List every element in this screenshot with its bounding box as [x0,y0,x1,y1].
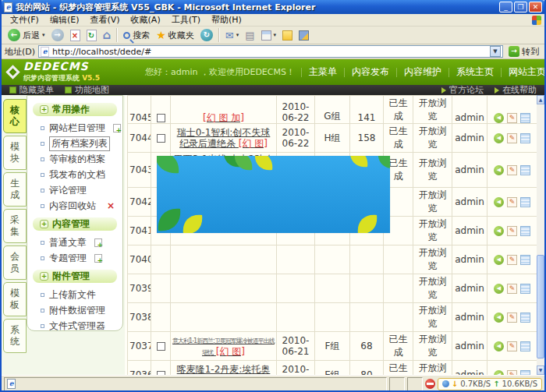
sidebar-section-header[interactable]: + 内容管理 [33,217,117,231]
edit-icon[interactable]: ✎ [507,313,517,323]
nav-link[interactable]: 网站主页 [502,65,546,79]
back-dropdown-icon[interactable]: ▾ [42,32,45,38]
edit-icon[interactable]: ✎ [507,197,517,207]
doc-title-link[interactable]: 意大利1-1新西兰:卫冕冠军爆冷被逼平出线堪忧 [幻 图] [172,334,275,357]
scrollbar-thumb[interactable] [537,255,544,358]
official-forum-link[interactable]: 官方论坛 [441,84,484,96]
notes-button[interactable] [279,27,296,44]
sidebar-tab[interactable]: 核心 [3,99,27,133]
add-document-icon[interactable] [113,124,121,132]
sidebar-menu-item[interactable]: 上传新文件 × [31,287,119,302]
expand-plus-icon[interactable]: + [40,220,48,228]
edit-dropdown-icon[interactable]: ▾ [274,32,277,38]
attributes-icon[interactable] [520,165,530,175]
sidebar-menu-item[interactable]: 等审核的档案 × [31,151,119,167]
home-button[interactable]: ⌂ [100,27,115,44]
menu-item[interactable]: 帮助(H) [206,14,247,26]
attributes-icon[interactable] [520,341,530,351]
edit-icon[interactable]: ✎ [507,165,517,175]
doc-title-link[interactable]: 喀麦隆1-2丹麦:埃托奥进球中柱 [幻 图] [177,364,271,375]
sidebar-tab[interactable]: 采集 [3,209,27,243]
view-icon[interactable]: ◀ [494,313,504,323]
sidebar-menu-item[interactable]: 普通文章 × [31,235,119,250]
scroll-up-icon[interactable]: ▲ [537,95,544,104]
scroll-down-icon[interactable]: ▼ [537,366,544,375]
attributes-icon[interactable] [520,255,530,265]
attributes-icon[interactable] [520,284,530,294]
menu-item[interactable]: 文件(F) [5,14,44,26]
edit-icon[interactable]: ✎ [507,226,517,236]
nav-link[interactable]: 内容维护 [397,65,448,79]
view-icon[interactable]: ◀ [494,133,504,143]
nav-link[interactable]: 系统主页 [449,65,501,79]
mail-button[interactable]: ✉ ▾ [222,27,242,44]
sidebar-section-header[interactable]: + 常用操作 [33,103,117,116]
edit-icon[interactable]: ✎ [507,113,517,123]
print-button[interactable]: ▤ [242,27,257,44]
view-icon[interactable]: ◀ [494,284,504,294]
view-icon[interactable]: ◀ [494,165,504,175]
minimize-button[interactable]: _ [499,2,512,12]
sidebar-menu-item[interactable]: 内容回收站 × [31,198,119,214]
messenger-button[interactable] [296,27,312,44]
attributes-icon[interactable] [520,313,530,323]
attributes-icon[interactable] [520,226,530,236]
edit-icon[interactable]: ✎ [507,284,517,294]
search-button[interactable]: 搜索 [120,27,153,44]
sidebar-menu-item[interactable]: 网站栏目管理 × [31,120,119,136]
frame-scrollbar[interactable]: ▲ ▼ [537,95,544,375]
go-button[interactable]: → 转到 [506,46,541,58]
recycle-delete-icon[interactable]: × [107,202,115,210]
sidebar-tab[interactable]: 会员 [3,245,27,280]
edit-button[interactable]: ▾ [258,27,280,44]
menu-item[interactable]: 收藏(A) [126,14,166,26]
sidebar-menu-item[interactable]: 所有档案列表 × [31,136,119,151]
refresh-button[interactable]: ↻ [83,27,100,44]
sidebar-tab[interactable]: 模板 [3,282,27,316]
network-speed-badge[interactable]: ↓ 0.7KB/S ↑ 10.6KB/S [438,378,542,390]
menu-item[interactable]: 工具(T) [166,14,206,26]
edit-icon[interactable]: ✎ [507,133,517,143]
sidebar-tab[interactable]: 模块 [3,136,27,170]
address-input[interactable] [52,47,490,57]
row-checkbox[interactable] [157,134,165,143]
history-button[interactable]: ↻ [197,27,216,44]
sidebar-menu-item[interactable]: 专题管理 × [31,250,119,266]
sidebar-tab[interactable]: 系统 [3,319,27,353]
menu-item[interactable]: 查看(V) [84,14,125,26]
view-icon[interactable]: ◀ [494,341,504,351]
add-document-icon[interactable] [94,238,102,247]
sidebar-tab[interactable]: 生成 [3,172,27,207]
online-help-link[interactable]: 在线帮助 [495,84,537,96]
nav-link[interactable]: 内容发布 [345,65,396,79]
sidebar-menu-item[interactable]: 附件数据管理 × [31,302,119,318]
view-icon[interactable]: ◀ [494,226,504,236]
maximize-button[interactable]: ❐ [514,2,527,12]
favorites-button[interactable]: ★ 收藏夹 [153,27,197,44]
attributes-icon[interactable] [520,133,530,143]
row-checkbox[interactable] [157,114,165,122]
edit-icon[interactable]: ✎ [507,370,517,376]
close-button[interactable]: ✕ [529,2,542,12]
sidebar-menu-item[interactable]: 评论管理 × [31,182,119,198]
function-map-button[interactable]: 功能地图 [65,84,109,96]
add-document-icon[interactable] [94,254,102,263]
attributes-icon[interactable] [520,197,530,207]
attributes-icon[interactable] [520,113,530,123]
sidebar-section-header[interactable]: + 附件管理 [33,270,117,283]
hide-menu-button[interactable]: 隐藏菜单 [9,84,54,96]
row-checkbox[interactable] [157,342,165,351]
view-icon[interactable]: ◀ [494,370,504,376]
status-red-icon[interactable] [425,379,435,389]
back-button[interactable]: ← 后退 ▾ [5,27,48,44]
edit-icon[interactable]: ✎ [507,341,517,351]
sidebar-menu-item[interactable]: 我发布的文档 × [31,167,119,182]
edit-icon[interactable]: ✎ [507,255,517,265]
menu-item[interactable]: 编辑(E) [44,14,85,26]
expand-plus-icon[interactable]: + [40,272,48,281]
address-dropdown-icon[interactable]: ▼ [490,46,501,57]
nav-link[interactable]: 主菜单 [302,65,344,79]
expand-plus-icon[interactable]: + [40,105,48,114]
doc-title-link[interactable]: 瑞士0-1智利:创不失球纪录后遭绝杀 [幻 图] [177,127,271,149]
mail-dropdown-icon[interactable]: ▾ [236,32,239,38]
